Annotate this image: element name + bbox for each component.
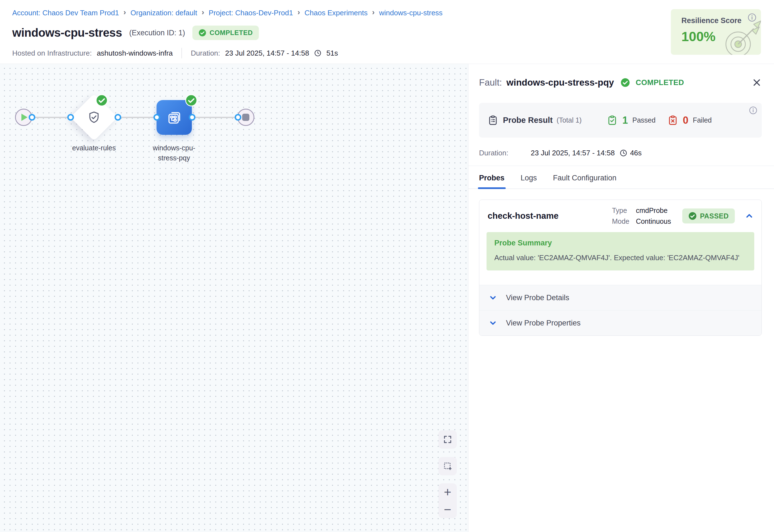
- shield-check-icon: [87, 111, 101, 124]
- breadcrumb-separator: ›: [372, 8, 374, 17]
- clipboard-icon: [487, 115, 498, 126]
- probe-mode-value: Continuous: [636, 217, 671, 225]
- passed-count: 1: [622, 115, 628, 126]
- chevron-up-icon: [744, 211, 754, 221]
- infra-label: Hosted on Infrastructure:: [12, 49, 92, 58]
- failed-count: 0: [683, 115, 688, 126]
- evaluate-rules-label: evaluate-rules: [58, 143, 130, 153]
- port: [67, 114, 74, 121]
- clipboard-x-icon: [667, 115, 678, 126]
- fault-header-row: Fault: windows-cpu-stress-pqy COMPLETED: [479, 77, 762, 88]
- port: [235, 114, 241, 121]
- zoom-out-button[interactable]: −: [438, 501, 457, 518]
- view-probe-details-toggle[interactable]: View Probe Details: [479, 285, 761, 310]
- probe-result-title: Probe Result: [503, 116, 553, 125]
- chevron-down-icon: [488, 318, 498, 328]
- probe-accordion: View Probe Details View Probe Properties: [479, 285, 761, 335]
- breadcrumb-separator: ›: [202, 8, 204, 17]
- tab-probes[interactable]: Probes: [479, 174, 505, 188]
- stop-icon: [242, 114, 249, 121]
- execution-id: (Execution ID: 1): [129, 29, 185, 37]
- probe-type-value: cmdProbe: [636, 207, 671, 215]
- tab-logs[interactable]: Logs: [521, 174, 537, 188]
- breadcrumb-experiments-link[interactable]: Chaos Experiments: [304, 9, 368, 17]
- failed-label: Failed: [693, 116, 712, 124]
- success-badge-icon: [185, 94, 197, 106]
- breadcrumb-account-link[interactable]: Account: Chaos Dev Team Prod1: [12, 9, 119, 17]
- edge-fault-to-end: [192, 117, 238, 118]
- probe-summary-box: Probe Summary Actual value: 'EC2AMAZ-QMV…: [487, 232, 754, 270]
- breadcrumb-separator: ›: [297, 8, 300, 17]
- probe-card-header: check-host-name Type cmdProbe Mode Conti…: [479, 200, 761, 232]
- check-circle-icon: [621, 78, 630, 87]
- fault-status-text: COMPLETED: [636, 78, 684, 87]
- view-probe-properties-toggle[interactable]: View Probe Properties: [479, 310, 761, 335]
- probe-card: check-host-name Type cmdProbe Mode Conti…: [479, 200, 762, 336]
- breadcrumb-org-link[interactable]: Organization: default: [130, 9, 197, 17]
- tab-fault-configuration[interactable]: Fault Configuration: [553, 174, 616, 188]
- probe-result-card: Probe Result (Total 1) 1 Passed: [479, 103, 762, 138]
- edge-evaluate-to-fault: [118, 117, 157, 118]
- pipeline-canvas[interactable]: evaluate-rules windows-cpu-stress-pqy + …: [0, 64, 468, 532]
- probe-type-label: Type: [612, 207, 636, 215]
- port: [115, 114, 121, 121]
- marquee-select-icon: [443, 461, 453, 471]
- page-header: Account: Chaos Dev Team Prod1 › Organiza…: [0, 0, 774, 64]
- probe-summary-title: Probe Summary: [494, 239, 746, 247]
- view-probe-details-label: View Probe Details: [506, 294, 569, 302]
- fault-label: Fault:: [479, 77, 502, 88]
- target-arrow-illustration: [721, 19, 761, 55]
- clock-icon: [314, 49, 321, 57]
- duration-label: Duration:: [479, 149, 528, 157]
- view-probe-properties-label: View Probe Properties: [506, 319, 581, 327]
- probe-result-total: (Total 1): [557, 116, 582, 124]
- breadcrumb: Account: Chaos Dev Team Prod1 › Organiza…: [12, 8, 443, 17]
- port: [29, 114, 35, 121]
- probe-result-counts: 1 Passed 0 Failed: [607, 115, 753, 126]
- duration-value: 23 Jul 2025, 14:57 - 14:58: [225, 49, 309, 58]
- clock-icon: [620, 149, 627, 157]
- duration-label: Duration:: [191, 49, 220, 58]
- play-icon: [21, 114, 28, 121]
- probe-status-badge: PASSED: [682, 208, 735, 223]
- info-icon[interactable]: [749, 106, 757, 115]
- breadcrumb-separator: ›: [123, 8, 126, 17]
- zoom-control: + −: [438, 483, 457, 518]
- probe-status-text: PASSED: [700, 212, 729, 220]
- passed-label: Passed: [632, 116, 655, 124]
- check-circle-icon: [688, 212, 697, 220]
- duration-seconds: 46s: [630, 149, 642, 157]
- probe-type-mode: Type cmdProbe Mode Continuous: [612, 207, 671, 225]
- meta-row: Hosted on Infrastructure: ashutosh-windo…: [12, 48, 338, 58]
- probe-name: check-host-name: [488, 211, 612, 221]
- infra-value: ashutosh-windows-infra: [97, 49, 173, 58]
- duration-value: 23 Jul 2025, 14:57 - 14:58: [531, 149, 615, 157]
- fault-duration-row: Duration: 23 Jul 2025, 14:57 - 14:58 46s: [479, 149, 762, 157]
- success-badge-icon: [96, 94, 108, 106]
- zoom-in-button[interactable]: +: [438, 483, 457, 501]
- duration-seconds: 51s: [326, 49, 338, 58]
- marquee-select-button[interactable]: [438, 457, 457, 475]
- panel-tabs: Probes Logs Fault Configuration: [468, 166, 774, 189]
- close-icon: [752, 78, 762, 88]
- port: [153, 114, 160, 121]
- fullscreen-icon: [443, 435, 452, 444]
- fullscreen-button[interactable]: [438, 430, 457, 449]
- experiment-status-badge: COMPLETED: [192, 26, 259, 40]
- experiment-run-page: Account: Chaos Dev Team Prod1 › Organiza…: [0, 0, 774, 532]
- chevron-down-icon: [488, 293, 498, 302]
- probe-summary-text: Actual value: 'EC2AMAZ-QMVAF4J'. Expecte…: [494, 253, 746, 262]
- page-title: windows-cpu-stress: [12, 26, 122, 39]
- fault-details-panel: Fault: windows-cpu-stress-pqy COMPLETED: [468, 64, 774, 532]
- collapse-probe-button[interactable]: [744, 211, 754, 221]
- breadcrumb-current-link[interactable]: windows-cpu-stress: [379, 9, 443, 17]
- title-row: windows-cpu-stress (Execution ID: 1) COM…: [12, 26, 259, 40]
- port: [189, 114, 195, 121]
- close-panel-button[interactable]: [752, 78, 762, 88]
- clipboard-check-icon: [607, 115, 618, 126]
- fault-docs-icon: [166, 109, 183, 126]
- fault-node-label: windows-cpu-stress-pqy: [149, 143, 199, 163]
- experiment-status-text: COMPLETED: [210, 29, 253, 37]
- resilience-score-card: Resilience Score 100%: [671, 9, 761, 55]
- breadcrumb-project-link[interactable]: Project: Chaos-Dev-Prod1: [209, 9, 293, 17]
